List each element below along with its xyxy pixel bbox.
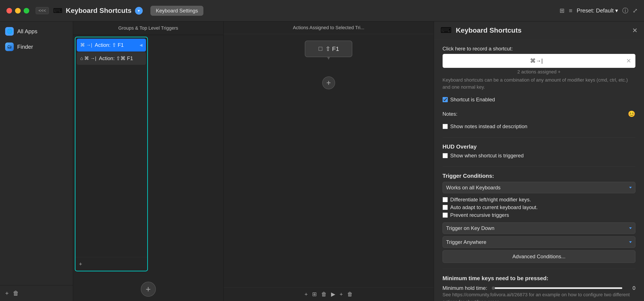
groups-list: ⌘ →| Action: ⇧ F1 ◀ ⌂ ⌘ →| Action: ⇧ [76,37,147,257]
middle-header: Groups & Top Level Triggers [73,21,223,35]
middle-panel: Groups & Top Level Triggers ⌘ →| Action:… [73,21,224,301]
min-time-title: Minimum time keys need to be pressed: [442,275,636,282]
cmd2-icon: ⌘ [84,56,89,61]
show-notes-row: Show notes instead of description [442,123,636,129]
trigger-conditions-title: Trigger Conditions: [442,173,636,179]
minimize-traffic-light[interactable] [15,8,21,13]
title-dropdown-button[interactable]: ▾ [135,7,143,14]
keyboard-dropdown[interactable]: Works on all Keyboards Works on specific… [442,182,636,193]
trigger-location-dropdown[interactable]: Trigger Anywhere Trigger in specific app… [442,236,636,248]
advanced-conditions-button[interactable]: Advanced Conditions... [442,250,636,263]
back-button[interactable]: <<< [36,7,49,14]
right-panel-content: Click here to record a shortcut: ⌘→| ✕ 2… [434,39,644,301]
home-icon: ⌂ [80,56,83,61]
notes-input[interactable] [460,111,625,117]
emoji-button[interactable]: 😊 [628,110,636,117]
add-group-area: + [73,273,223,301]
hold-time-label: Minimum hold time: [442,285,487,291]
record-shortcut-label: Click here to record a shortcut: [442,46,636,52]
trigger-chevron: ▼ [326,55,331,61]
shortcut-hint: Keyboard shortcuts can be a combination … [442,76,636,91]
shortcut-input-text: ⌘→| [447,57,626,64]
hud-title: HUD Overlay [442,143,636,150]
shortcut-enabled-label: Shortcut is Enabled [450,97,495,103]
differentiate-label: Differentiate left/right modifier keys. [450,197,531,203]
notes-label: Notes: [442,111,458,117]
sidebar-add-button[interactable]: + [5,290,8,297]
action-trigger-label: ⇧ F1 [326,45,339,52]
sidebar-item-finder[interactable]: 🗂 Finder [0,39,73,54]
actions-panel: Actions Assigned to Selected Tri... ☐ ⇧ … [224,21,434,301]
sidebar-delete-button[interactable]: 🗑 [13,290,19,297]
action-trigger-button[interactable]: ☐ ⇧ F1 ▼ [305,40,352,57]
sidebar: 🌐 All Apps 🗂 Finder + 🗑 [0,21,73,301]
actions-header: Actions Assigned to Selected Tri... [224,21,434,34]
right-panel-close-button[interactable]: ✕ [632,27,638,34]
actions-add2-button[interactable]: + [340,291,343,298]
differentiate-row: Differentiate left/right modifier keys. [442,197,636,203]
add-group-big-button[interactable]: + [141,282,156,297]
actions-footer: + ⊞ 🗑 ▶ + 🗑 [224,287,434,301]
actions-play-button[interactable]: ▶ [331,291,335,298]
list-view-button[interactable]: ≡ [569,7,572,14]
actions-trash2-button[interactable]: 🗑 [347,291,353,298]
hold-time-row: Minimum hold time: 0 [442,285,636,291]
auto-adapt-checkbox[interactable] [442,205,448,210]
add-group-button[interactable]: + [79,261,82,267]
main-content: 🌐 All Apps 🗂 Finder + 🗑 Groups & Top Lev… [0,21,644,301]
right-panel-header: ⌨ Keyboard Shortcuts ✕ [434,21,644,39]
min-time-section: Minimum time keys need to be pressed: Mi… [442,275,636,301]
group-1-arrow: ◀ [140,43,142,47]
sidebar-item-all-apps[interactable]: 🌐 All Apps [0,24,73,39]
group-1-label: Action: ⇧ F1 [95,42,124,48]
groups-panel-wrapper: ⌘ →| Action: ⇧ F1 ◀ ⌂ ⌘ →| Action: ⇧ [75,37,148,271]
traffic-lights [6,8,29,13]
group-item-1[interactable]: ⌘ →| Action: ⇧ F1 ◀ [77,39,146,51]
shortcut-clear-button[interactable]: ✕ [626,57,631,64]
separator-2 [442,166,636,167]
cmd-icon: ⌘ [80,42,85,48]
show-notes-checkbox[interactable] [442,124,448,129]
actions-add-footer-button[interactable]: + [304,291,308,298]
info-button[interactable]: ⓘ [622,7,628,15]
right-panel-icon: ⌨ [440,26,452,35]
differentiate-checkbox[interactable] [442,197,448,202]
preset-button[interactable]: Preset: Default ▾ [577,7,618,14]
middle-panel-inner: ⌘ →| Action: ⇧ F1 ◀ ⌂ ⌘ →| Action: ⇧ [73,35,223,273]
actions-group-button[interactable]: ⊞ [312,291,317,298]
separator-1 [442,137,636,137]
expand-button[interactable]: ⤢ [632,7,638,14]
group-2-icon: ⌂ ⌘ →| [80,56,96,61]
keyboard-icon: ⌨ [53,7,62,14]
separator-3 [442,269,636,269]
actions-assigned-text: 2 actions assigned + [442,69,636,75]
show-notes-label: Show notes instead of description [450,123,528,129]
auto-adapt-row: Auto adapt to current keyboard layout. [442,204,636,210]
show-when-triggered-checkbox[interactable] [442,153,448,158]
prevent-recursive-label: Prevent recursive triggers [450,212,509,218]
title-bar-right: ⊞ ≡ Preset: Default ▾ ⓘ ⤢ [560,7,638,15]
title-bar-center: ⌨ Keyboard Shortcuts ▾ Keyboard Settings [53,6,560,16]
trigger-timing-dropdown[interactable]: Trigger on Key Down Trigger on Key Up Tr… [442,222,636,234]
sidebar-items: 🌐 All Apps 🗂 Finder [0,21,73,285]
close-traffic-light[interactable] [6,8,12,13]
grid-view-button[interactable]: ⊞ [560,7,564,14]
hold-time-value: 0 [627,285,636,291]
window-title: Keyboard Shortcuts [66,7,132,14]
auto-adapt-label: Auto adapt to current keyboard layout. [450,204,538,210]
hold-time-slider[interactable] [492,287,622,290]
keyboard-settings-button[interactable]: Keyboard Settings [150,6,203,16]
right-panel: ⌨ Keyboard Shortcuts ✕ Click here to rec… [434,21,644,301]
groups-footer: + [76,257,147,271]
actions-delete-footer-button[interactable]: 🗑 [321,291,327,298]
group-item-2[interactable]: ⌂ ⌘ →| Action: ⇧⌘ F1 [77,52,146,65]
sidebar-footer: + 🗑 [0,285,73,301]
maximize-traffic-light[interactable] [24,8,29,13]
add-action-button[interactable]: + [322,76,335,89]
prevent-recursive-checkbox[interactable] [442,213,448,218]
shortcut-enabled-checkbox[interactable] [442,97,448,102]
shortcut-input-container[interactable]: ⌘→| ✕ [442,54,636,68]
record-shortcut-section: Click here to record a shortcut: ⌘→| ✕ 2… [442,46,636,91]
arrow2-icon: →| [90,56,96,61]
community-text: See https://community.folivora.ai/t/2687… [442,291,636,301]
